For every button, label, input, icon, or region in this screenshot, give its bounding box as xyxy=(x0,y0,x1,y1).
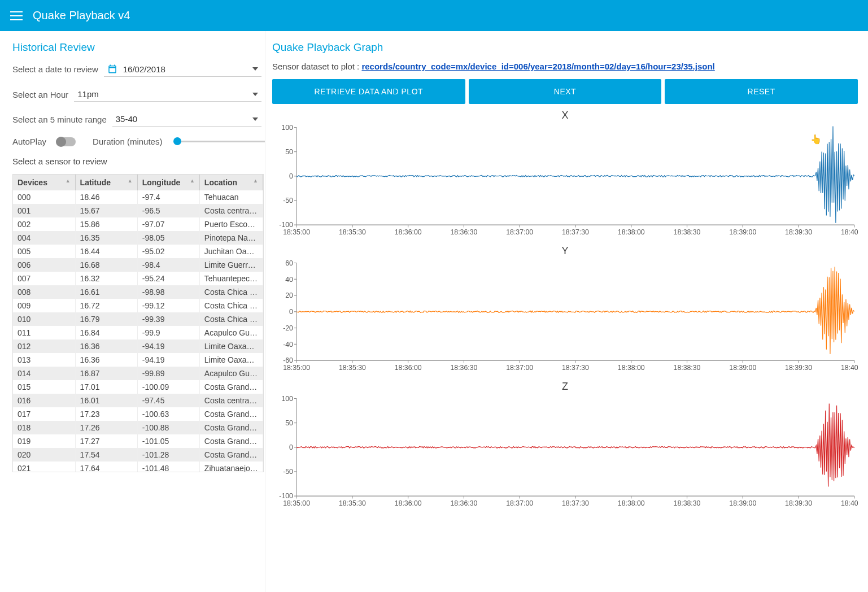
svg-text:50: 50 xyxy=(285,148,293,156)
svg-text:18:39:00: 18:39:00 xyxy=(729,364,756,372)
top-bar: Quake Playback v4 xyxy=(0,0,868,31)
svg-text:0: 0 xyxy=(289,308,293,316)
svg-text:-40: -40 xyxy=(283,340,293,348)
column-header-longitude[interactable]: Longitude▲ xyxy=(137,175,199,190)
column-header-latitude[interactable]: Latitude▲ xyxy=(75,175,137,190)
duration-slider[interactable] xyxy=(173,141,265,142)
range-label: Select an 5 minute range xyxy=(12,115,107,124)
svg-text:18:35:00: 18:35:00 xyxy=(283,364,310,372)
svg-text:0: 0 xyxy=(289,443,293,451)
date-input[interactable]: 16/02/2018 xyxy=(104,62,261,77)
svg-text:18:35:30: 18:35:30 xyxy=(339,499,366,507)
range-select[interactable]: 35-40 xyxy=(112,112,261,127)
autoplay-label: AutoPlay xyxy=(12,137,46,146)
hour-value: 11pm xyxy=(77,89,252,99)
svg-text:60: 60 xyxy=(285,259,293,267)
svg-text:18:37:00: 18:37:00 xyxy=(506,499,533,507)
reset-button[interactable]: RESET xyxy=(665,79,858,104)
svg-text:18:38:30: 18:38:30 xyxy=(674,499,701,507)
svg-text:18:35:30: 18:35:30 xyxy=(339,228,366,236)
column-header-devices[interactable]: Devices▲ xyxy=(13,175,75,190)
table-row[interactable]: 01416.87-99.89Acapulco Guerrero xyxy=(13,367,263,380)
date-value: 16/02/2018 xyxy=(123,64,252,74)
table-row[interactable]: 01717.23-100.63Costa Grande G… xyxy=(13,407,263,421)
svg-text:18:37:00: 18:37:00 xyxy=(506,364,533,372)
chart-z: Z-100-5005010018:35:0018:35:3018:36:0018… xyxy=(272,381,858,512)
dataset-link[interactable]: records/country_code=mx/device_id=006/ye… xyxy=(361,62,714,71)
table-row[interactable]: 01216.36-94.19Limite Oaxaca C… xyxy=(13,339,263,353)
chart-y: Y-60-40-20020406018:35:0018:35:3018:36:0… xyxy=(272,245,858,376)
chart-x: X-100-5005010018:35:0018:35:3018:36:0018… xyxy=(272,110,858,241)
svg-text:18:40:00: 18:40:00 xyxy=(841,364,858,372)
table-row[interactable]: 00716.32-95.24Tehuantepec Oa… xyxy=(13,272,263,285)
chevron-down-icon xyxy=(252,67,258,71)
svg-text:50: 50 xyxy=(285,419,293,427)
svg-text:40: 40 xyxy=(285,275,293,283)
sensor-select-label: Select a sensor to review xyxy=(12,156,265,166)
svg-text:18:36:30: 18:36:30 xyxy=(450,228,477,236)
svg-text:-50: -50 xyxy=(283,197,293,204)
menu-icon[interactable] xyxy=(10,11,23,20)
svg-text:18:40:00: 18:40:00 xyxy=(841,499,858,507)
table-row[interactable]: 01817.26-100.88Costa Grande G… xyxy=(13,421,263,434)
svg-text:20: 20 xyxy=(285,291,293,299)
chevron-down-icon xyxy=(252,93,258,96)
svg-text:18:38:00: 18:38:00 xyxy=(618,228,645,236)
chevron-down-icon xyxy=(252,117,258,121)
table-row[interactable]: 00616.68-98.4Limite Guerrero … xyxy=(13,258,263,272)
retrieve-button[interactable]: RETRIEVE DATA AND PLOT xyxy=(272,79,465,104)
date-label: Select a date to review xyxy=(12,64,98,74)
svg-text:18:36:00: 18:36:00 xyxy=(395,228,422,236)
table-row[interactable]: 01616.01-97.45Costa central de … xyxy=(13,394,263,407)
table-row[interactable]: 00215.86-97.07Puerto Escondid… xyxy=(13,217,263,231)
table-row[interactable]: 00115.67-96.5Costa central de … xyxy=(13,204,263,217)
table-row[interactable]: 01016.79-99.39Costa Chica Gue… xyxy=(13,312,263,326)
left-panel: Historical Review Select a date to revie… xyxy=(0,31,265,592)
historical-review-title: Historical Review xyxy=(12,41,265,54)
autoplay-toggle[interactable] xyxy=(56,137,76,146)
svg-text:100: 100 xyxy=(281,395,293,403)
sensor-table[interactable]: Devices▲Latitude▲Longitude▲Location▲ 000… xyxy=(12,174,264,472)
table-row[interactable]: 00018.46-97.4Tehuacan xyxy=(13,190,263,204)
svg-text:-50: -50 xyxy=(283,468,293,476)
svg-text:18:39:30: 18:39:30 xyxy=(785,364,812,372)
svg-text:18:37:30: 18:37:30 xyxy=(562,228,589,236)
svg-text:18:39:30: 18:39:30 xyxy=(785,228,812,236)
table-row[interactable]: 01517.01-100.09Costa Grande G… xyxy=(13,380,263,394)
table-row[interactable]: 01116.84-99.9Acapulco Guerrero xyxy=(13,326,263,339)
svg-text:18:38:30: 18:38:30 xyxy=(674,228,701,236)
chart-title: X xyxy=(272,110,858,121)
table-row[interactable]: 02117.64-101.48Zihuatanaejo Gu… xyxy=(13,462,263,472)
table-row[interactable]: 01316.36-94.19Limite Oaxaca C… xyxy=(13,353,263,367)
table-row[interactable]: 02017.54-101.28Costa Grande G… xyxy=(13,448,263,462)
graph-title: Quake Playback Graph xyxy=(272,41,858,54)
svg-text:18:39:00: 18:39:00 xyxy=(729,228,756,236)
table-row[interactable]: 00516.44-95.02Juchitan Oaxaca xyxy=(13,245,263,258)
chart-title: Y xyxy=(272,245,858,257)
svg-text:18:38:00: 18:38:00 xyxy=(618,364,645,372)
svg-text:0: 0 xyxy=(289,172,293,180)
svg-text:18:39:30: 18:39:30 xyxy=(785,499,812,507)
svg-text:18:37:30: 18:37:30 xyxy=(562,364,589,372)
svg-text:18:39:00: 18:39:00 xyxy=(729,499,756,507)
svg-text:18:36:00: 18:36:00 xyxy=(395,499,422,507)
svg-text:18:37:30: 18:37:30 xyxy=(562,499,589,507)
svg-text:100: 100 xyxy=(281,124,293,132)
hour-label: Select an Hour xyxy=(12,90,68,99)
table-row[interactable]: 01917.27-101.05Costa Grande G… xyxy=(13,434,263,448)
duration-label: Duration (minutes) xyxy=(93,137,162,146)
hour-select[interactable]: 11pm xyxy=(74,87,261,102)
svg-text:18:35:00: 18:35:00 xyxy=(283,499,310,507)
column-header-location[interactable]: Location▲ xyxy=(199,175,263,190)
svg-text:18:35:00: 18:35:00 xyxy=(283,228,310,236)
next-button[interactable]: NEXT xyxy=(469,79,662,104)
svg-text:18:40:00: 18:40:00 xyxy=(841,228,858,236)
chart-title: Z xyxy=(272,381,858,393)
svg-text:-20: -20 xyxy=(283,324,293,332)
table-row[interactable]: 00416.35-98.05Pinotepa Nacion… xyxy=(13,231,263,245)
svg-text:18:36:00: 18:36:00 xyxy=(395,364,422,372)
table-row[interactable]: 00816.61-98.98Costa Chica Gue… xyxy=(13,285,263,299)
table-row[interactable]: 00916.72-99.12Costa Chica Gue… xyxy=(13,299,263,312)
svg-text:18:38:30: 18:38:30 xyxy=(674,364,701,372)
dataset-prefix: Sensor dataset to plot : xyxy=(272,62,361,71)
